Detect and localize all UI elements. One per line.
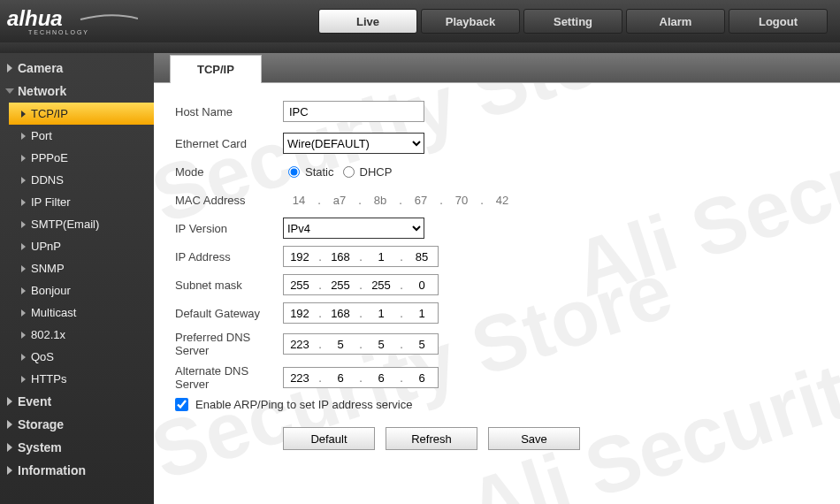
sidebar-item-multicast[interactable]: Multicast xyxy=(9,302,154,324)
svg-text:alhua: alhua xyxy=(7,6,63,30)
tab-setting[interactable]: Setting xyxy=(523,9,622,34)
ip-oct[interactable] xyxy=(406,247,438,266)
subnet-mask-label: Subnet mask xyxy=(175,279,283,292)
default-gateway-input[interactable]: . . . xyxy=(283,302,439,324)
sidebar-label: Camera xyxy=(18,61,63,75)
sidebar-item-smtp[interactable]: SMTP(Email) xyxy=(9,213,154,235)
sidebar-cat-event[interactable]: Event xyxy=(0,390,154,413)
ip-oct[interactable] xyxy=(406,303,438,323)
mac-oct xyxy=(486,190,518,210)
mac-oct xyxy=(324,190,355,210)
ip-oct[interactable] xyxy=(284,303,316,323)
ip-version-label: IP Version xyxy=(175,222,283,235)
tcpip-form: Host Name Ethernet Card Wire(DEFAULT) Mo… xyxy=(154,83,840,468)
ethernet-card-label: Ethernet Card xyxy=(175,137,283,150)
chevron-right-icon xyxy=(7,64,12,73)
preferred-dns-input[interactable]: . . . xyxy=(283,333,439,355)
svg-text:TECHNOLOGY: TECHNOLOGY xyxy=(28,29,89,35)
ip-oct[interactable] xyxy=(325,303,356,323)
header: alhua TECHNOLOGY Live Playback Setting A… xyxy=(0,0,840,42)
sidebar-label: System xyxy=(18,440,62,454)
mode-static-radio[interactable] xyxy=(288,166,300,178)
subnet-mask-input[interactable]: . . . xyxy=(283,274,439,295)
mac-oct xyxy=(405,190,437,210)
ip-oct[interactable] xyxy=(406,368,438,387)
ip-oct[interactable] xyxy=(325,275,356,294)
chevron-right-icon xyxy=(21,309,26,317)
refresh-button[interactable]: Refresh xyxy=(386,427,477,450)
enable-arp-checkbox[interactable] xyxy=(175,398,188,411)
sidebar-cat-storage[interactable]: Storage xyxy=(0,413,154,436)
sidebar-item-upnp[interactable]: UPnP xyxy=(9,235,154,257)
brand-logo: alhua TECHNOLOGY xyxy=(5,6,138,36)
ip-oct[interactable] xyxy=(284,275,316,294)
chevron-right-icon xyxy=(7,443,12,452)
sidebar-label: Network xyxy=(18,84,66,98)
sidebar-item-ipfilter[interactable]: IP Filter xyxy=(9,191,154,213)
ip-oct[interactable] xyxy=(325,334,356,354)
sidebar-item-ddns[interactable]: DDNS xyxy=(9,169,154,191)
ip-oct[interactable] xyxy=(284,247,316,266)
tab-live[interactable]: Live xyxy=(318,9,417,34)
sidebar-item-snmp[interactable]: SNMP xyxy=(9,257,154,279)
chevron-right-icon xyxy=(21,177,26,184)
tab-playback[interactable]: Playback xyxy=(421,9,520,34)
mac-address-label: MAC Address xyxy=(175,194,283,207)
mac-oct xyxy=(364,190,396,210)
host-name-label: Host Name xyxy=(175,105,283,118)
sidebar-cat-network[interactable]: Network xyxy=(0,80,154,103)
chevron-right-icon xyxy=(21,243,26,250)
ip-oct[interactable] xyxy=(406,275,438,294)
chevron-right-icon xyxy=(21,376,26,383)
default-button[interactable]: Default xyxy=(283,427,375,450)
sidebar-item-https[interactable]: HTTPs xyxy=(9,368,154,390)
ethernet-card-select[interactable]: Wire(DEFAULT) xyxy=(283,133,424,154)
sidebar-item-label: QoS xyxy=(31,350,54,363)
sidebar-item-label: HTTPs xyxy=(31,372,66,386)
sidebar-item-8021x[interactable]: 802.1x xyxy=(9,324,154,346)
header-gap xyxy=(0,42,840,53)
mode-dhcp-radio[interactable] xyxy=(343,166,355,178)
page-tab-tcpip[interactable]: TCP/IP xyxy=(170,55,262,83)
ip-oct[interactable] xyxy=(365,334,397,354)
mac-oct xyxy=(283,190,315,210)
sidebar-item-label: TCP/IP xyxy=(31,107,68,120)
ip-version-select[interactable]: IPv4 xyxy=(283,218,424,239)
sidebar-item-pppoe[interactable]: PPPoE xyxy=(9,147,154,169)
sidebar-label: Event xyxy=(18,394,51,409)
alternate-dns-input[interactable]: . . . xyxy=(283,367,439,388)
sidebar-item-label: IP Filter xyxy=(31,195,71,209)
ip-oct[interactable] xyxy=(365,247,397,266)
sidebar: Camera Network TCP/IP Port PPPoE DDNS IP… xyxy=(0,53,154,504)
sidebar-item-tcpip[interactable]: TCP/IP xyxy=(9,103,154,125)
sidebar-item-port[interactable]: Port xyxy=(9,125,154,147)
sidebar-item-bonjour[interactable]: Bonjour xyxy=(9,279,154,302)
tab-alarm[interactable]: Alarm xyxy=(626,9,725,34)
chevron-right-icon xyxy=(21,265,26,272)
sidebar-item-label: PPPoE xyxy=(31,151,68,164)
mac-address-value: . . . . . xyxy=(283,189,518,210)
ip-oct[interactable] xyxy=(325,368,356,387)
ip-oct[interactable] xyxy=(365,368,397,387)
save-button[interactable]: Save xyxy=(488,427,580,450)
sidebar-item-qos[interactable]: QoS xyxy=(9,346,154,368)
ip-address-input[interactable]: . . . xyxy=(283,246,439,267)
mac-oct xyxy=(446,190,477,210)
sidebar-item-label: DDNS xyxy=(31,173,64,187)
default-gateway-label: Default Gateway xyxy=(175,307,283,320)
sidebar-cat-camera[interactable]: Camera xyxy=(0,57,154,80)
chevron-right-icon xyxy=(21,287,26,294)
sidebar-cat-system[interactable]: System xyxy=(0,436,154,459)
ip-oct[interactable] xyxy=(284,334,316,354)
enable-arp-label: Enable ARP/Ping to set IP address servic… xyxy=(195,398,412,411)
ip-oct[interactable] xyxy=(325,247,356,266)
top-tabs: Live Playback Setting Alarm Logout xyxy=(318,9,835,34)
tab-logout[interactable]: Logout xyxy=(729,9,828,34)
ip-oct[interactable] xyxy=(365,275,397,294)
chevron-down-icon xyxy=(5,88,14,94)
ip-oct[interactable] xyxy=(406,334,438,354)
ip-oct[interactable] xyxy=(365,303,397,323)
sidebar-cat-information[interactable]: Information xyxy=(0,459,154,482)
ip-oct[interactable] xyxy=(284,368,316,387)
host-name-input[interactable] xyxy=(283,101,424,122)
